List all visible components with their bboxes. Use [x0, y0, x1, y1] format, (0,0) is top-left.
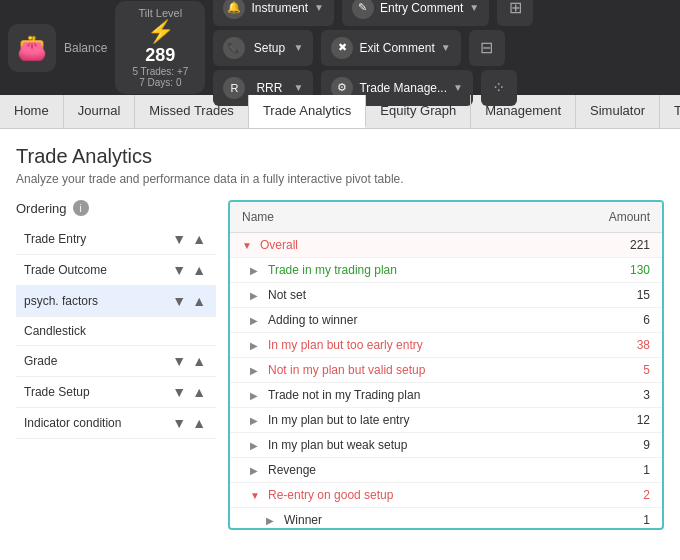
trade-mgmt-chevron-icon: ▼	[453, 82, 463, 93]
ordering-item-label: Trade Outcome	[24, 263, 107, 277]
arrow-up-trade-setup[interactable]: ▲	[190, 384, 208, 400]
col-name-header: Name	[230, 202, 582, 232]
row-amount: 221	[582, 233, 662, 257]
col-amount-header: Amount	[582, 202, 662, 232]
ordering-header: Ordering i	[16, 200, 216, 216]
balance-info: Balance	[64, 41, 107, 55]
row-amount: 3	[582, 383, 662, 407]
grid-icon-2[interactable]: ⊟	[469, 30, 505, 66]
expand-icon[interactable]: ▶	[250, 290, 262, 301]
trade-management-label: Trade Manage...	[359, 81, 447, 95]
expand-icon[interactable]: ▶	[250, 465, 262, 476]
ordering-item-psych-factors: psych. factors ▼ ▲	[16, 286, 216, 317]
ordering-item-trade-setup: Trade Setup ▼ ▲	[16, 377, 216, 408]
app-header: 👛 Balance Tilt Level ⚡ 289 5 Trades: +7 …	[0, 0, 680, 95]
arrow-down-trade-entry[interactable]: ▼	[170, 231, 188, 247]
arrow-up-indicator-condition[interactable]: ▲	[190, 415, 208, 431]
ordering-item-label: Candlestick	[24, 324, 86, 338]
table-row: ▶ In my plan but too early entry 38	[230, 333, 662, 358]
table-row: ▶ Revenge 1	[230, 458, 662, 483]
tab-simulator[interactable]: Simulator	[576, 95, 660, 128]
row-name: ▶ Revenge	[230, 458, 582, 482]
row-amount: 130	[582, 258, 662, 282]
entry-comment-dropdown[interactable]: ✎ Entry Comment ▼	[342, 0, 489, 26]
tab-equity-graph[interactable]: Equity Graph	[366, 95, 471, 128]
grid-icon-1[interactable]: ⊞	[497, 0, 533, 26]
entry-comment-icon: ✎	[352, 0, 374, 19]
pivot-table-body: ▼ Overall 221 ▶ Trade in my trading plan…	[230, 233, 662, 525]
setup-label: Setup	[254, 41, 285, 55]
row-name: ▶ In my plan but weak setup	[230, 433, 582, 457]
exit-comment-label: Exit Comment	[359, 41, 434, 55]
page-description: Analyze your trade and performance data …	[16, 172, 664, 186]
content-area: Ordering i Trade Entry ▼ ▲ Trade Outcome…	[16, 200, 664, 530]
tab-missed-trades[interactable]: Missed Trades	[135, 95, 249, 128]
table-row: ▶ Adding to winner 6	[230, 308, 662, 333]
tilt-section: Tilt Level ⚡ 289 5 Trades: +7 7 Days: 0	[115, 1, 205, 94]
table-row: ▶ Not in my plan but valid setup 5	[230, 358, 662, 383]
expand-icon[interactable]: ▶	[266, 515, 278, 526]
ordering-item-indicator-condition: Indicator condition ▼ ▲	[16, 408, 216, 439]
instrument-dropdown[interactable]: 🔔 Instrument ▼	[213, 0, 334, 26]
expand-icon[interactable]: ▼	[242, 240, 254, 251]
main-content: Trade Analytics Analyze your trade and p…	[0, 129, 680, 560]
row-name: ▶ In my plan but too early entry	[230, 333, 582, 357]
arrow-down-indicator-condition[interactable]: ▼	[170, 415, 188, 431]
arrow-up-grade[interactable]: ▲	[190, 353, 208, 369]
setup-icon: 📞	[223, 37, 245, 59]
entry-comment-label: Entry Comment	[380, 1, 463, 15]
expand-icon[interactable]: ▶	[250, 340, 262, 351]
arrow-up-trade-outcome[interactable]: ▲	[190, 262, 208, 278]
table-row: ▶ Trade in my trading plan 130	[230, 258, 662, 283]
tab-management[interactable]: Management	[471, 95, 576, 128]
expand-icon[interactable]: ▶	[250, 365, 262, 376]
setup-dropdown[interactable]: 📞 Setup ▼	[213, 30, 313, 66]
row-name: ▶ Trade in my trading plan	[230, 258, 582, 282]
balance-section: 👛 Balance	[8, 24, 107, 72]
instrument-chevron-icon: ▼	[314, 2, 324, 13]
ordering-item-trade-entry: Trade Entry ▼ ▲	[16, 224, 216, 255]
row-amount: 2	[582, 483, 662, 507]
row-amount: 9	[582, 433, 662, 457]
ordering-item-label: Trade Setup	[24, 385, 90, 399]
expand-icon[interactable]: ▶	[250, 440, 262, 451]
expand-icon[interactable]: ▶	[250, 390, 262, 401]
row-name: ▶ Trade not in my Trading plan	[230, 383, 582, 407]
ordering-item-trade-outcome: Trade Outcome ▼ ▲	[16, 255, 216, 286]
rrr-label: RRR	[256, 81, 282, 95]
ordering-item-candlestick: Candlestick	[16, 317, 216, 346]
tab-journal[interactable]: Journal	[64, 95, 136, 128]
tab-trading-sessions[interactable]: Trading Sessions	[660, 95, 680, 128]
exit-comment-icon: ✖	[331, 37, 353, 59]
ordering-item-grade: Grade ▼ ▲	[16, 346, 216, 377]
arrow-down-grade[interactable]: ▼	[170, 353, 188, 369]
row-name: ▶ Winner	[230, 508, 582, 525]
row-name: ▼ Overall	[230, 233, 582, 257]
arrow-up-trade-entry[interactable]: ▲	[190, 231, 208, 247]
table-row: ▶ Trade not in my Trading plan 3	[230, 383, 662, 408]
expand-icon[interactable]: ▶	[250, 315, 262, 326]
page-title: Trade Analytics	[16, 145, 664, 168]
table-row: ▶ Winner 1	[230, 508, 662, 525]
expand-icon[interactable]: ▶	[250, 265, 262, 276]
expand-icon[interactable]: ▶	[250, 415, 262, 426]
ordering-panel: Ordering i Trade Entry ▼ ▲ Trade Outcome…	[16, 200, 216, 530]
row-amount: 1	[582, 458, 662, 482]
tab-home[interactable]: Home	[0, 95, 64, 128]
arrow-down-psych-factors[interactable]: ▼	[170, 293, 188, 309]
arrow-up-psych-factors[interactable]: ▲	[190, 293, 208, 309]
ordering-info-icon[interactable]: i	[73, 200, 89, 216]
table-row: ▶ In my plan but to late entry 12	[230, 408, 662, 433]
row-amount: 5	[582, 358, 662, 382]
tilt-trades: 5 Trades: +7	[125, 66, 195, 77]
ordering-arrows-grade: ▼ ▲	[170, 353, 208, 369]
expand-icon[interactable]: ▼	[250, 490, 262, 501]
arrow-down-trade-outcome[interactable]: ▼	[170, 262, 188, 278]
row-name: ▶ Not in my plan but valid setup	[230, 358, 582, 382]
exit-comment-dropdown[interactable]: ✖ Exit Comment ▼	[321, 30, 460, 66]
ordering-arrows-indicator-condition: ▼ ▲	[170, 415, 208, 431]
row-amount: 1	[582, 508, 662, 525]
tab-bar: Home Journal Missed Trades Trade Analyti…	[0, 95, 680, 129]
tab-trade-analytics[interactable]: Trade Analytics	[249, 95, 366, 128]
arrow-down-trade-setup[interactable]: ▼	[170, 384, 188, 400]
